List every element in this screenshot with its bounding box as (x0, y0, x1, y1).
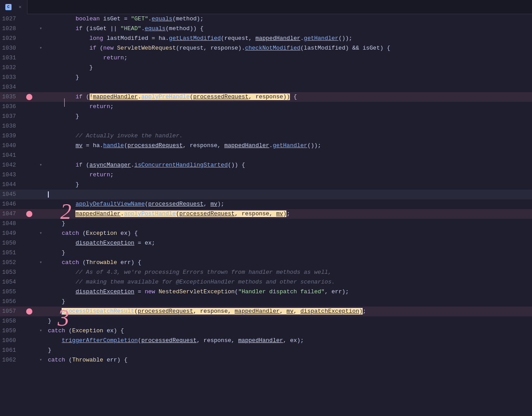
gutter-col: ▾ (35, 24, 46, 34)
gutter-col (35, 248, 46, 258)
breakpoint-icon (26, 308, 32, 315)
breakpoint-col[interactable] (23, 73, 35, 82)
breakpoint-col[interactable] (23, 326, 35, 336)
gutter-col (35, 112, 46, 121)
table-row: 1041 (0, 151, 532, 160)
breakpoint-col[interactable] (23, 160, 35, 170)
breakpoint-col[interactable] (23, 14, 35, 24)
cursor-indicator (48, 191, 49, 198)
tab-bar: C ✕ (0, 0, 532, 14)
breakpoint-col[interactable] (23, 151, 35, 160)
breakpoint-col[interactable] (23, 346, 35, 355)
breakpoint-col[interactable] (23, 170, 35, 180)
line-number: 1034 (0, 82, 23, 92)
table-row: 1047 mappedHandler.applyPostHandle(proce… (0, 209, 532, 219)
breakpoint-col[interactable] (23, 238, 35, 248)
breakpoint-col[interactable] (23, 24, 35, 34)
fold-icon[interactable]: ▾ (39, 43, 42, 53)
breakpoint-col[interactable] (23, 180, 35, 190)
line-number: 1058 (0, 316, 23, 326)
fold-icon[interactable]: ▾ (39, 355, 42, 365)
table-row: 1054 // making them available for @Excep… (0, 277, 532, 287)
breakpoint-col[interactable] (23, 277, 35, 287)
breakpoint-col[interactable] (23, 336, 35, 346)
breakpoint-col[interactable] (23, 102, 35, 112)
breakpoint-col[interactable] (23, 141, 35, 151)
breakpoint-col[interactable] (23, 258, 35, 268)
breakpoint-col[interactable] (23, 112, 35, 121)
line-number: 1045 (0, 190, 23, 199)
code-line: applyDefaultViewName(processedRequest, m… (46, 199, 532, 209)
gutter-col (35, 53, 46, 63)
gutter-col (35, 209, 46, 219)
line-number: 1028 (0, 24, 23, 34)
breakpoint-col[interactable] (23, 219, 35, 229)
breakpoint-col[interactable] (23, 121, 35, 131)
table-row: 1057 processDispatchResult(processedRequ… (0, 307, 532, 316)
line-number: 1029 (0, 34, 23, 43)
breakpoint-col[interactable] (23, 190, 35, 199)
tab-dispatcher-servlet[interactable]: C ✕ (0, 0, 27, 14)
code-line: catch (Exception ex) { (46, 326, 532, 336)
line-number: 1059 (0, 326, 23, 336)
breakpoint-col[interactable] (23, 307, 35, 316)
table-row: 1048 } (0, 219, 532, 229)
breakpoint-col[interactable] (23, 63, 35, 73)
breakpoint-col[interactable] (23, 53, 35, 63)
fold-icon[interactable]: ▾ (39, 160, 42, 170)
line-number: 1035 (0, 92, 23, 102)
line-number: 1031 (0, 53, 23, 63)
line-number: 1049 (0, 229, 23, 238)
breakpoint-col[interactable] (23, 287, 35, 297)
breakpoint-col[interactable] (23, 209, 35, 219)
line-number: 1033 (0, 73, 23, 82)
breakpoint-col[interactable] (23, 229, 35, 238)
table-row: 1051 } (0, 248, 532, 258)
fold-icon[interactable]: ▾ (39, 326, 42, 336)
code-line: } (46, 316, 532, 326)
line-number: 1044 (0, 180, 23, 190)
line-number: 1057 (0, 307, 23, 316)
table-row: 1055 dispatchException = new NestedServl… (0, 287, 532, 297)
breakpoint-col[interactable] (23, 82, 35, 92)
breakpoint-col[interactable] (23, 248, 35, 258)
fold-icon[interactable]: ▾ (39, 258, 42, 268)
table-row: 1052▾ catch (Throwable err) { (0, 258, 532, 268)
table-row: 1030▾ if (new ServletWebRequest(request,… (0, 43, 532, 53)
close-icon[interactable]: ✕ (19, 4, 22, 10)
table-row: 1027 boolean isGet = "GET".equals(method… (0, 14, 532, 24)
gutter-col (35, 170, 46, 180)
gutter-col (35, 287, 46, 297)
gutter-col (35, 121, 46, 131)
gutter-col: ▾ (35, 258, 46, 268)
code-line: catch (Throwable err) { (46, 355, 532, 365)
breakpoint-col[interactable] (23, 316, 35, 326)
line-number: 1042 (0, 160, 23, 170)
line-number: 1062 (0, 355, 23, 365)
code-container: | 2 3 1027 boolean isGet = "GET".equals(… (0, 14, 532, 416)
fold-icon[interactable]: ▾ (39, 229, 42, 238)
breakpoint-col[interactable] (23, 268, 35, 277)
breakpoint-col[interactable] (23, 131, 35, 141)
breakpoint-icon (26, 211, 32, 217)
line-number: 1043 (0, 170, 23, 180)
line-number: 1053 (0, 268, 23, 277)
breakpoint-col[interactable] (23, 92, 35, 102)
breakpoint-col[interactable] (23, 43, 35, 53)
code-line (46, 82, 532, 92)
gutter-col (35, 92, 46, 102)
gutter-col: ▾ (35, 229, 46, 238)
code-line: } (46, 63, 532, 73)
breakpoint-col[interactable] (23, 297, 35, 307)
breakpoint-col[interactable] (23, 34, 35, 43)
code-line: dispatchException = ex; (46, 238, 532, 248)
code-line: } (46, 346, 532, 355)
line-number: 1048 (0, 219, 23, 229)
line-number: 1038 (0, 121, 23, 131)
breakpoint-col[interactable] (23, 355, 35, 365)
table-row: 1036 return; (0, 102, 532, 112)
fold-icon[interactable]: ▾ (39, 24, 42, 34)
gutter-col (35, 268, 46, 277)
breakpoint-col[interactable] (23, 199, 35, 209)
line-number: 1036 (0, 102, 23, 112)
